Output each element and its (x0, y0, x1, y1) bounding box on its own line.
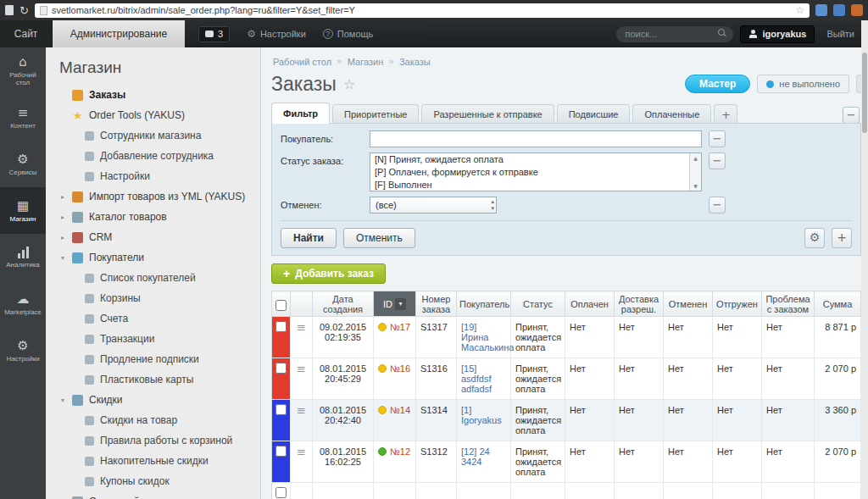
expand-arrow-icon[interactable]: ▸ (61, 234, 69, 241)
row-checkbox[interactable] (275, 363, 287, 374)
menu-item-order-tools[interactable]: ★ Order Tools (YAKUS) (46, 105, 260, 125)
column-header-order-number[interactable]: Номер заказа (416, 291, 457, 317)
menu-item-crm[interactable]: ▸ CRM (46, 227, 260, 247)
tab-priority[interactable]: Приоритетные (332, 104, 419, 124)
site-tab[interactable]: Сайт (0, 20, 53, 47)
menu-item-add-staff[interactable]: Добавление сотрудника (46, 146, 260, 166)
column-header-problem[interactable]: Проблема с заказом (762, 291, 815, 317)
remove-buyer-field-button[interactable]: − (709, 130, 726, 147)
scroll-down-icon[interactable]: ▼ (693, 183, 698, 189)
order-status-multiselect[interactable]: [N] Принят, ожидается оплата [P] Оплачен… (370, 152, 702, 191)
add-filter-field-button[interactable]: + (832, 228, 852, 248)
rail-item-desktop[interactable]: ⌂ Рабочий стол (0, 47, 46, 94)
menu-item-transactions[interactable]: Транзакции (46, 329, 260, 349)
menu-item-tools-settings[interactable]: Настройки (46, 166, 260, 186)
row-drag-handle[interactable]: ≡ (291, 441, 313, 483)
menu-item-cumulative-discounts[interactable]: Накопительные скидки (46, 451, 260, 471)
favorite-star-icon[interactable]: ☆ (343, 76, 355, 92)
search-icon[interactable] (718, 29, 728, 39)
menu-item-yml-import[interactable]: ▸ Импорт товаров из YML (YAKUS) (46, 186, 260, 207)
menu-item-cart-rules[interactable]: Правила работы с корзиной (46, 430, 260, 451)
row-checkbox[interactable] (275, 487, 287, 498)
extension-icon[interactable] (833, 4, 845, 16)
row-checkbox[interactable] (275, 321, 287, 332)
multiselect-scrollbar[interactable]: ▲ ▼ (689, 153, 701, 191)
menu-item-buyers[interactable]: ▾ Покупатели (46, 247, 260, 268)
column-header-buyer[interactable]: Покупатель (457, 291, 511, 317)
column-header-sum[interactable]: Сумма (815, 291, 861, 317)
rail-item-store[interactable]: ▦ Магазин (0, 187, 46, 234)
column-header-date[interactable]: Дата создания (313, 291, 374, 317)
column-header-id[interactable]: ID ▾ (374, 291, 416, 317)
order-id-link[interactable]: №12 (390, 446, 410, 457)
bookmark-star-icon[interactable]: ☆ (795, 4, 804, 16)
row-checkbox[interactable] (275, 404, 287, 415)
collapse-filter-button[interactable]: − (843, 107, 860, 124)
tab-filter[interactable]: Фильтр (271, 103, 330, 124)
remove-cancelled-field-button[interactable]: − (709, 197, 726, 213)
breadcrumb-link[interactable]: Магазин (348, 57, 383, 67)
breadcrumb-link[interactable]: Заказы (399, 57, 431, 67)
rail-item-analytics[interactable]: Аналитика (0, 234, 46, 280)
extension-icon[interactable] (815, 4, 827, 16)
menu-item-buyers-list[interactable]: Список покупателей (46, 268, 260, 288)
rail-item-services[interactable]: ⚙ Сервисы (0, 141, 46, 187)
menu-item-catalog[interactable]: ▸ Каталог товаров (46, 207, 260, 227)
menu-item-orders[interactable]: Заказы (46, 85, 260, 105)
menu-item-subscription-renewal[interactable]: Продление подписки (46, 349, 260, 369)
rail-item-content[interactable]: ≡ Контент (0, 94, 46, 141)
cancel-button[interactable]: Отменить (343, 228, 415, 248)
tab-allowed-to-ship[interactable]: Разрешенные к отправке (421, 104, 554, 124)
user-menu[interactable]: igoryakus (740, 25, 815, 43)
expand-arrow-icon[interactable]: ▾ (61, 254, 69, 262)
select-all-checkbox[interactable] (275, 300, 287, 311)
order-id-link[interactable]: №16 (390, 363, 410, 374)
help-menu[interactable]: ? Помощь (323, 29, 374, 39)
logout-link[interactable]: Выйти (826, 29, 854, 39)
menu-item-coupons[interactable]: Купоны скидок (46, 471, 260, 491)
expand-arrow-icon[interactable]: ▸ (61, 213, 69, 221)
status-option[interactable]: [P] Оплачен, формируется к отправке (370, 166, 701, 179)
not-completed-filter[interactable]: не выполнено (757, 75, 849, 93)
order-id-link[interactable]: №14 (390, 405, 410, 415)
column-header-paid[interactable]: Оплачен (565, 291, 615, 317)
extension-icon[interactable] (851, 4, 863, 16)
tab-paid[interactable]: Оплаченные (632, 104, 711, 124)
address-bar[interactable]: svetlomarket.ru/bitrix/admin/sale_order.… (35, 3, 810, 18)
menu-item-carts[interactable]: Корзины (46, 288, 260, 308)
select-spinner-icon[interactable]: ▴ ▾ (491, 198, 494, 212)
sort-arrow-icon[interactable]: ▾ (395, 298, 406, 310)
row-drag-handle[interactable]: ≡ (291, 400, 313, 441)
filter-settings-gear-button[interactable]: ⚙ (804, 228, 825, 248)
rail-item-marketplace[interactable]: ☁ Marketplace (0, 280, 46, 327)
row-checkbox[interactable] (275, 446, 287, 457)
scroll-up-icon[interactable]: ▲ (693, 155, 698, 161)
menu-item-invoices[interactable]: Счета (46, 308, 260, 329)
settings-menu[interactable]: ⚙ Настройки (247, 28, 306, 40)
add-order-button[interactable]: + Добавить заказ (271, 263, 386, 284)
buyer-input[interactable] (370, 130, 702, 147)
refresh-icon[interactable]: ↻ (19, 5, 29, 16)
column-header-status[interactable]: Статус (511, 291, 565, 317)
page-scrollbar[interactable] (861, 20, 868, 499)
buyer-link[interactable]: [12] 24 3424 (461, 446, 490, 467)
buyer-link[interactable]: [19] Ирина Масалькина (461, 322, 514, 352)
menu-item-product-discounts[interactable]: Скидки на товар (46, 410, 260, 430)
breadcrumb-link[interactable]: Рабочий стол (273, 57, 331, 67)
cancelled-select[interactable]: (все) ▴ ▾ (370, 197, 497, 213)
buyer-link[interactable]: [15] asdfdsf adfadsf (461, 363, 492, 394)
tab-pending[interactable]: Подвисшие (557, 104, 631, 124)
status-option[interactable]: [N] Принят, ожидается оплата (370, 153, 701, 166)
status-option[interactable]: [F] Выполнен (370, 179, 701, 191)
master-button[interactable]: Мастер (685, 75, 750, 93)
row-drag-handle[interactable]: ≡ (291, 317, 313, 358)
column-header-delivery[interactable]: Доставка разреш. (615, 291, 664, 317)
expand-arrow-icon[interactable]: ▸ (61, 193, 69, 201)
menu-item-discounts[interactable]: ▾ Скидки (46, 390, 260, 410)
menu-item-stock-accounting[interactable]: ▸ Складской учет (46, 491, 260, 499)
column-header-cancelled[interactable]: Отменен (664, 291, 713, 317)
scrollbar-thumb[interactable] (862, 53, 867, 133)
buyer-link[interactable]: [1] Igoryakus (461, 405, 502, 425)
menu-item-store-staff[interactable]: Сотрудники магазина (46, 125, 260, 146)
notifications-button[interactable]: 3 (198, 26, 230, 42)
